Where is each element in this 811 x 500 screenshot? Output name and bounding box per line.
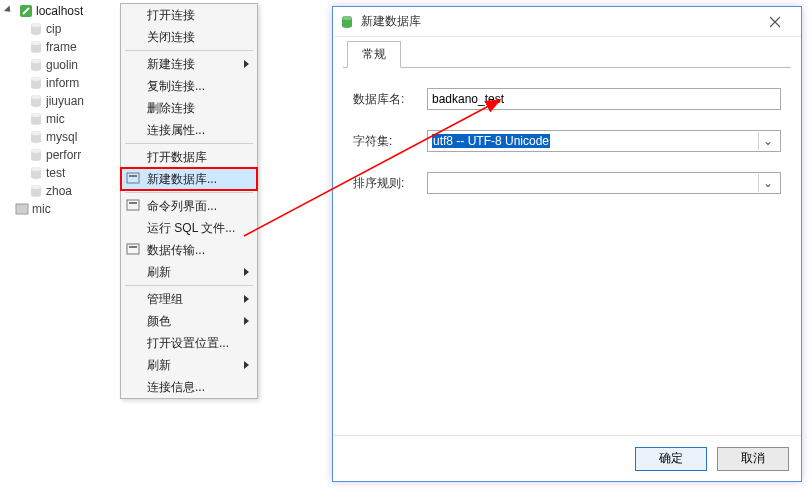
svg-rect-27 bbox=[129, 246, 137, 248]
input-db-name[interactable] bbox=[427, 88, 781, 110]
menu-item[interactable]: 运行 SQL 文件... bbox=[121, 217, 257, 239]
cancel-button[interactable]: 取消 bbox=[717, 447, 789, 471]
database-icon bbox=[28, 111, 44, 127]
tree-item[interactable]: zhoa bbox=[0, 182, 124, 200]
menu-separator bbox=[125, 285, 253, 286]
menu-item-label: 新建数据库... bbox=[147, 171, 217, 188]
tree-item-label: test bbox=[46, 164, 65, 182]
menu-item[interactable]: 关闭连接 bbox=[121, 26, 257, 48]
menu-separator bbox=[125, 143, 253, 144]
tree-item[interactable]: inform bbox=[0, 74, 124, 92]
menu-item[interactable]: 命令列界面... bbox=[121, 195, 257, 217]
tree-item[interactable]: test bbox=[0, 164, 124, 182]
svg-point-29 bbox=[342, 16, 352, 20]
expand-icon[interactable] bbox=[6, 6, 16, 16]
tree-item[interactable]: frame bbox=[0, 38, 124, 56]
menu-item-label: 打开数据库 bbox=[147, 149, 207, 166]
database-icon bbox=[28, 21, 44, 37]
tree-root-label: localhost bbox=[36, 2, 83, 20]
server-icon bbox=[18, 3, 34, 19]
database-icon bbox=[339, 14, 355, 30]
tree-item-label: guolin bbox=[46, 56, 78, 74]
select-collation[interactable]: ⌄ bbox=[427, 172, 781, 194]
menu-item-label: 颜色 bbox=[147, 313, 171, 330]
row-collation: 排序规则: ⌄ bbox=[353, 172, 781, 194]
database-icon bbox=[28, 57, 44, 73]
menu-item[interactable]: 删除连接 bbox=[121, 97, 257, 119]
database-icon bbox=[28, 183, 44, 199]
menu-item[interactable]: 连接属性... bbox=[121, 119, 257, 141]
menu-item[interactable]: 复制连接... bbox=[121, 75, 257, 97]
menu-item-label: 命令列界面... bbox=[147, 198, 217, 215]
svg-point-8 bbox=[31, 77, 41, 81]
menu-item[interactable]: 刷新 bbox=[121, 354, 257, 376]
tree-item-label: mic bbox=[32, 200, 51, 218]
menu-item-icon bbox=[125, 241, 141, 257]
row-db-name: 数据库名: bbox=[353, 88, 781, 110]
database-icon bbox=[28, 75, 44, 91]
form: 数据库名: 字符集: utf8 -- UTF-8 Unicode ⌄ 排序规则:… bbox=[343, 68, 791, 194]
tree-item-other[interactable]: mic bbox=[0, 200, 124, 218]
new-database-dialog: 新建数据库 常规 数据库名: 字符集: utf8 -- UTF-8 Unicod… bbox=[332, 6, 802, 482]
menu-item-label: 数据传输... bbox=[147, 242, 205, 259]
menu-item-label: 删除连接 bbox=[147, 100, 195, 117]
menu-item[interactable]: 数据传输... bbox=[121, 239, 257, 261]
menu-item[interactable]: 管理组 bbox=[121, 288, 257, 310]
menu-item-label: 新建连接 bbox=[147, 56, 195, 73]
module-icon bbox=[14, 201, 30, 217]
ok-button[interactable]: 确定 bbox=[635, 447, 707, 471]
menu-separator bbox=[125, 192, 253, 193]
svg-rect-25 bbox=[129, 202, 137, 204]
dialog-title: 新建数据库 bbox=[361, 13, 749, 30]
menu-item-label: 连接信息... bbox=[147, 379, 205, 396]
menu-item[interactable]: 新建数据库... bbox=[121, 168, 257, 190]
menu-item[interactable]: 新建连接 bbox=[121, 53, 257, 75]
dialog-titlebar[interactable]: 新建数据库 bbox=[333, 7, 801, 37]
menu-item-label: 刷新 bbox=[147, 357, 171, 374]
tree-item-label: cip bbox=[46, 20, 61, 38]
tree-item[interactable]: cip bbox=[0, 20, 124, 38]
tree-item[interactable]: mysql bbox=[0, 128, 124, 146]
svg-rect-23 bbox=[129, 175, 137, 177]
select-charset[interactable]: utf8 -- UTF-8 Unicode ⌄ bbox=[427, 130, 781, 152]
svg-point-14 bbox=[31, 131, 41, 135]
database-icon bbox=[28, 165, 44, 181]
tree-item-label: mysql bbox=[46, 128, 77, 146]
chevron-down-icon: ⌄ bbox=[758, 174, 776, 192]
menu-item[interactable]: 颜色 bbox=[121, 310, 257, 332]
svg-point-12 bbox=[31, 113, 41, 117]
menu-item[interactable]: 刷新 bbox=[121, 261, 257, 283]
tree-item[interactable]: guolin bbox=[0, 56, 124, 74]
menu-item-label: 刷新 bbox=[147, 264, 171, 281]
tab-label: 常规 bbox=[362, 47, 386, 61]
database-icon bbox=[28, 129, 44, 145]
tree-root[interactable]: localhost bbox=[0, 2, 124, 20]
svg-point-18 bbox=[31, 167, 41, 171]
label-charset: 字符集: bbox=[353, 133, 427, 150]
label-collation: 排序规则: bbox=[353, 175, 427, 192]
menu-item-label: 运行 SQL 文件... bbox=[147, 220, 235, 237]
tree-item[interactable]: jiuyuan bbox=[0, 92, 124, 110]
label-db-name: 数据库名: bbox=[353, 91, 427, 108]
menu-item-label: 打开连接 bbox=[147, 7, 195, 24]
row-charset: 字符集: utf8 -- UTF-8 Unicode ⌄ bbox=[353, 130, 781, 152]
tree-item-label: frame bbox=[46, 38, 77, 56]
tree-item[interactable]: perforr bbox=[0, 146, 124, 164]
menu-item[interactable]: 连接信息... bbox=[121, 376, 257, 398]
menu-item[interactable]: 打开数据库 bbox=[121, 146, 257, 168]
select-charset-value: utf8 -- UTF-8 Unicode bbox=[432, 134, 550, 148]
database-icon bbox=[28, 39, 44, 55]
menu-separator bbox=[125, 50, 253, 51]
tab-general[interactable]: 常规 bbox=[347, 41, 401, 68]
menu-item-label: 管理组 bbox=[147, 291, 183, 308]
svg-rect-22 bbox=[127, 173, 139, 183]
svg-point-10 bbox=[31, 95, 41, 99]
menu-item-label: 连接属性... bbox=[147, 122, 205, 139]
close-button[interactable] bbox=[755, 10, 795, 34]
tree-item[interactable]: mic bbox=[0, 110, 124, 128]
svg-point-2 bbox=[31, 23, 41, 27]
menu-item[interactable]: 打开设置位置... bbox=[121, 332, 257, 354]
svg-point-16 bbox=[31, 149, 41, 153]
menu-item-label: 复制连接... bbox=[147, 78, 205, 95]
tab-strip: 常规 bbox=[343, 37, 791, 67]
